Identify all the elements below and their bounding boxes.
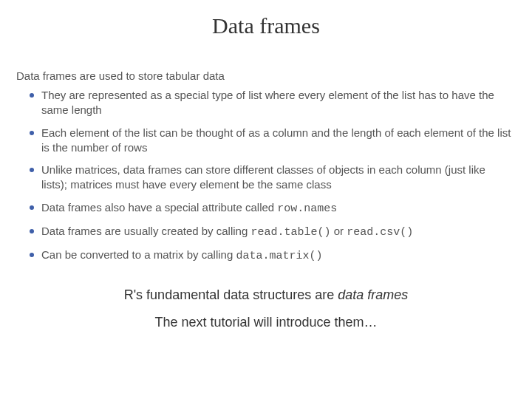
code-fragment: read.csv() <box>347 226 413 239</box>
bullet-list: They are represented as a special type o… <box>30 88 511 264</box>
footer-text: The next tutorial will introduce them… <box>0 315 532 330</box>
text-fragment: Data frames also have a special attribut… <box>41 201 277 214</box>
intro-text: Data frames are used to store tabular da… <box>16 69 532 82</box>
subtitle-em: data frames <box>338 287 408 302</box>
subtitle-pre: R's fundamental data structures are <box>124 287 338 302</box>
text-fragment: or <box>331 225 347 237</box>
subtitle: R's fundamental data structures are data… <box>0 287 532 303</box>
list-item: Can be converted to a matrix by calling … <box>30 248 511 264</box>
text-fragment: Data frames are usually created by calli… <box>41 225 250 237</box>
code-fragment: row.names <box>277 202 337 215</box>
text-fragment: Can be converted to a matrix by calling <box>41 248 236 261</box>
code-fragment: read.table() <box>250 226 330 239</box>
list-item: Data frames also have a special attribut… <box>30 200 511 216</box>
list-item: Data frames are usually created by calli… <box>30 224 511 240</box>
list-item: Unlike matrices, data frames can store d… <box>30 163 511 193</box>
slide-title: Data frames <box>0 0 532 38</box>
list-item: Each element of the list can be thought … <box>30 126 511 156</box>
code-fragment: data.matrix() <box>236 250 322 262</box>
list-item: They are represented as a special type o… <box>30 88 511 118</box>
